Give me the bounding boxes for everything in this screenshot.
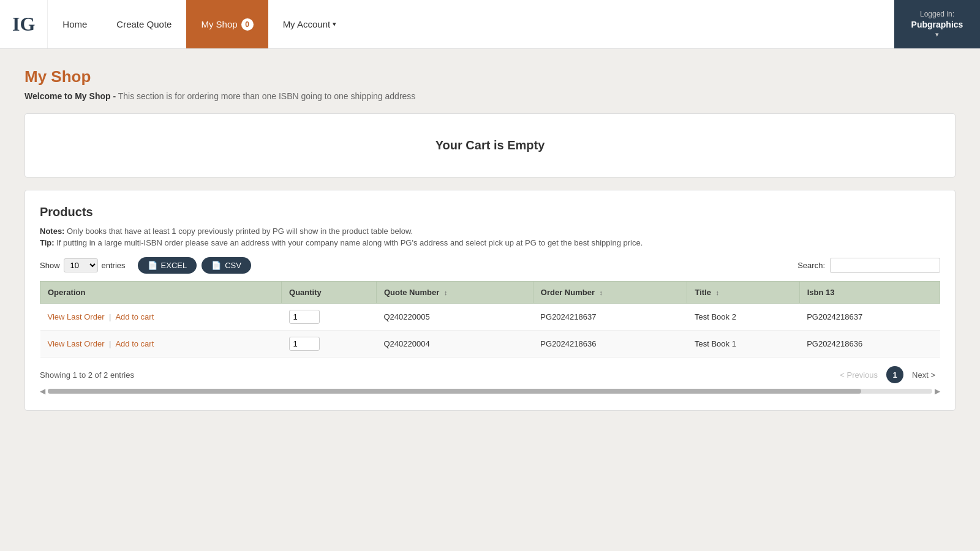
subtitle-text: This section is for ordering more than o… [118,91,416,101]
nav-home[interactable]: Home [48,0,102,48]
navbar-links: Home Create Quote My Shop 0 My Account ▾ [48,0,894,48]
csv-icon: 📄 [211,261,221,270]
table-header-row: Operation Quantity Quote Number ↕ Order … [40,282,940,304]
view-last-order-link-1[interactable]: View Last Order [48,339,105,348]
my-account-dropdown-icon: ▾ [333,20,336,28]
col-quote-number: Quote Number ↕ [376,282,533,304]
csv-button[interactable]: 📄 CSV [202,257,251,274]
order-sort-icon[interactable]: ↕ [600,289,603,296]
export-buttons: 📄 EXCEL 📄 CSV [138,257,251,274]
cell-order-0: PG2024218637 [533,304,687,331]
cell-quote-0: Q240220005 [376,304,533,331]
show-label: Show [40,261,60,270]
cell-isbn13-1: PG2024218636 [799,331,940,358]
table-row: View Last Order | Add to cart Q240220004… [40,331,940,358]
cell-order-1: PG2024218636 [533,331,687,358]
col-title-label: Title [695,288,711,297]
col-quote-number-label: Quote Number [384,288,439,297]
products-section: Products Notes: Only books that have at … [24,190,956,411]
notes-text: Only books that have at least 1 copy pre… [67,227,413,236]
nav-my-account-label: My Account [283,19,331,29]
pipe-sep-1: | [109,339,111,348]
pagination-info: Showing 1 to 2 of 2 entries [40,370,134,380]
excel-label: EXCEL [161,261,187,270]
cell-operation-0: View Last Order | Add to cart [40,304,282,331]
show-entries: Show 10 25 50 100 entries [40,258,126,272]
entries-select[interactable]: 10 25 50 100 [64,258,98,272]
col-order-number: Order Number ↕ [533,282,687,304]
prev-button[interactable]: < Previous [835,368,883,382]
tip-text: If putting in a large multi-ISBN order p… [56,238,643,247]
table-row: View Last Order | Add to cart Q240220005… [40,304,940,331]
search-input[interactable] [830,258,940,273]
cell-operation-1: View Last Order | Add to cart [40,331,282,358]
cell-quote-1: Q240220004 [376,331,533,358]
scrollbar-row: ◀ ▶ [40,387,940,395]
cell-quantity-1 [282,331,377,358]
nav-my-shop[interactable]: My Shop 0 [186,0,268,48]
nav-my-account[interactable]: My Account ▾ [268,0,352,48]
search-label: Search: [797,261,825,270]
scroll-track[interactable] [48,389,932,394]
qty-input-0[interactable] [289,310,320,324]
title-sort-icon[interactable]: ↕ [716,289,720,296]
entries-label: entries [102,261,126,270]
col-quantity: Quantity [282,282,377,304]
nav-my-shop-label: My Shop [201,19,237,29]
view-last-order-link-0[interactable]: View Last Order [48,312,105,321]
page-subtitle: Welcome to My Shop - This section is for… [24,91,956,101]
brand-logo: IG [0,0,48,48]
cell-title-0: Test Book 2 [687,304,799,331]
add-to-cart-link-0[interactable]: Add to cart [115,312,154,321]
notes-bold: Notes: [40,227,64,236]
toolbar-left: Show 10 25 50 100 entries 📄 EXCEL [40,257,251,274]
scroll-left-arrow[interactable]: ◀ [40,387,45,395]
pipe-sep-0: | [109,312,111,321]
cart-empty-text: Your Cart is Empty [50,138,930,152]
search-box: Search: [797,258,940,273]
user-name: Pubgraphics [911,20,963,29]
cart-box: Your Cart is Empty [24,113,956,178]
scroll-thumb [48,389,861,394]
user-dropdown-arrow: ▾ [935,31,939,39]
next-button[interactable]: Next > [907,368,940,382]
add-to-cart-link-1[interactable]: Add to cart [115,339,154,348]
qty-input-1[interactable] [289,337,320,351]
excel-icon: 📄 [148,261,157,270]
col-operation: Operation [40,282,282,304]
pagination-controls: < Previous 1 Next > [835,366,940,383]
logged-in-label: Logged in: [920,10,954,18]
cell-isbn13-0: PG2024218637 [799,304,940,331]
page-title: My Shop [24,67,956,86]
my-shop-badge: 0 [241,18,254,31]
products-tip: Tip: If putting in a large multi-ISBN or… [40,238,940,247]
products-notes: Notes: Only books that have at least 1 c… [40,227,940,236]
tip-bold: Tip: [40,238,55,247]
navbar: IG Home Create Quote My Shop 0 My Accoun… [0,0,980,49]
products-title: Products [40,205,940,219]
page-content: My Shop Welcome to My Shop - This sectio… [0,49,980,429]
col-order-number-label: Order Number [541,288,595,297]
subtitle-bold: Welcome to My Shop - [24,91,116,101]
table-body: View Last Order | Add to cart Q240220005… [40,304,940,358]
logo-text: IG [12,13,35,36]
quote-sort-icon[interactable]: ↕ [444,289,448,296]
user-menu[interactable]: Logged in: Pubgraphics ▾ [894,0,980,48]
products-table: Operation Quantity Quote Number ↕ Order … [40,281,940,358]
current-page[interactable]: 1 [886,366,903,383]
col-title: Title ↕ [687,282,799,304]
scroll-right-arrow[interactable]: ▶ [935,387,940,395]
col-isbn13: Isbn 13 [799,282,940,304]
nav-create-quote[interactable]: Create Quote [102,0,186,48]
cell-title-1: Test Book 1 [687,331,799,358]
excel-button[interactable]: 📄 EXCEL [138,257,197,274]
csv-label: CSV [225,261,241,270]
cell-quantity-0 [282,304,377,331]
pagination-bar: Showing 1 to 2 of 2 entries < Previous 1… [40,366,940,383]
table-toolbar: Show 10 25 50 100 entries 📄 EXCEL [40,257,940,274]
